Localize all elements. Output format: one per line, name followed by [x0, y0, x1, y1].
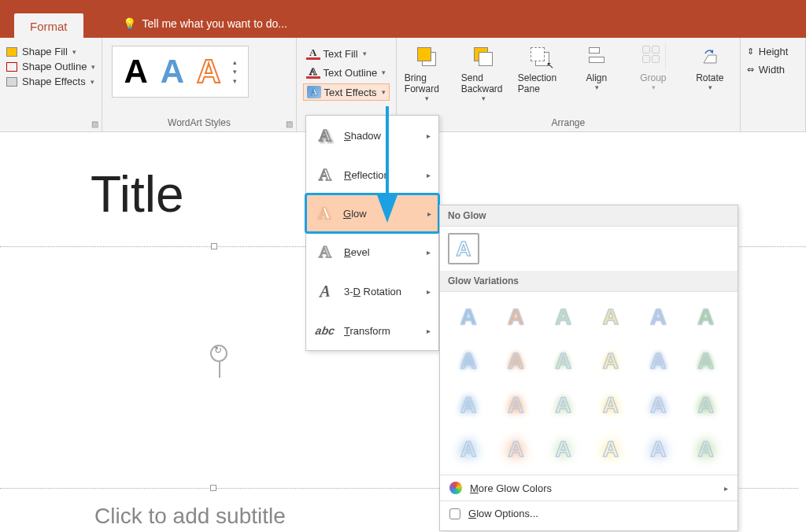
wordart-gallery[interactable]: A A A ▴▾▾: [112, 46, 249, 98]
glow-submenu: No Glow A Glow Variations AAAAAAAAAAAAAA…: [439, 205, 738, 531]
no-glow-option[interactable]: A: [448, 233, 479, 264]
rotation-3d-icon: A: [314, 281, 336, 301]
text-outline-label: Text Outline: [324, 67, 378, 79]
shape-fill-label: Shape Fill: [22, 46, 68, 57]
selection-pane-label: Selection Pane: [518, 72, 562, 94]
slide-subtitle-placeholder[interactable]: Click to add subtitle: [94, 504, 286, 529]
wordart-preset-3[interactable]: A: [197, 53, 220, 91]
wordart-preset-1[interactable]: A: [124, 53, 147, 91]
lightbulb-icon: 💡: [123, 17, 136, 30]
send-backward-label: Send Backward: [461, 72, 505, 94]
send-backward-button[interactable]: Send Backward▾: [460, 41, 507, 105]
rotate-button[interactable]: Rotate▾: [686, 41, 734, 105]
shape-outline-button[interactable]: Shape Outline▾: [6, 61, 95, 72]
annotation-arrow: [372, 106, 403, 227]
text-effects-label: Text Effects: [324, 87, 377, 98]
chevron-down-icon: ▾: [708, 83, 712, 91]
glow-variation[interactable]: A: [639, 342, 677, 380]
tell-me-search[interactable]: 💡 Tell me what you want to do...: [123, 17, 287, 30]
more-glow-colors[interactable]: More Glow Colors ▸: [440, 475, 738, 501]
glow-variation[interactable]: A: [687, 298, 725, 336]
glow-icon: A: [313, 203, 335, 224]
chevron-right-icon: ▸: [427, 131, 431, 140]
width-label: Width: [759, 64, 785, 76]
glow-variation[interactable]: A: [497, 386, 534, 424]
height-label: Height: [759, 46, 789, 57]
glow-variation[interactable]: A: [639, 386, 677, 424]
wordart-gallery-spinner[interactable]: ▴▾▾: [233, 58, 237, 85]
shadow-icon: A: [314, 125, 336, 146]
glow-variation[interactable]: A: [592, 342, 630, 380]
dialog-launcher-icon[interactable]: ▨: [286, 120, 293, 128]
arrange-group: Bring Forward▾ Send Backward▾ ↖ Selectio…: [397, 38, 741, 131]
tab-format[interactable]: Format: [14, 13, 83, 38]
glow-variation[interactable]: A: [449, 298, 487, 336]
glow-variation[interactable]: A: [687, 386, 725, 424]
size-group: ⇕Height ⇔Width: [741, 38, 806, 131]
no-glow-header: No Glow: [440, 205, 738, 227]
chevron-right-icon: ▸: [427, 171, 431, 179]
selection-handle[interactable]: [211, 243, 217, 249]
selection-handle[interactable]: [210, 485, 216, 491]
glow-variation[interactable]: A: [639, 430, 677, 468]
glow-variation[interactable]: A: [592, 386, 630, 424]
chevron-down-icon: ▾: [382, 88, 386, 96]
shape-effects-button[interactable]: Shape Effects▾: [6, 76, 95, 87]
glow-variation[interactable]: A: [449, 386, 487, 424]
glow-variation[interactable]: A: [687, 342, 725, 380]
chevron-right-icon: ▸: [427, 327, 431, 335]
dialog-launcher-icon[interactable]: ▨: [91, 120, 98, 128]
glow-variation[interactable]: A: [449, 430, 487, 468]
glow-variation[interactable]: A: [497, 298, 534, 336]
glow-variation[interactable]: A: [497, 342, 534, 380]
glow-variation[interactable]: A: [545, 386, 582, 424]
arrange-group-label: Arrange: [403, 117, 734, 130]
text-effects-button[interactable]: AText Effects▾: [303, 83, 390, 101]
text-outline-button[interactable]: AText Outline▾: [303, 65, 390, 80]
chevron-down-icon: ▾: [91, 63, 95, 71]
chevron-down-icon: ▾: [91, 78, 94, 86]
chevron-down-icon: ▾: [482, 94, 486, 102]
height-input[interactable]: ⇕Height: [747, 46, 799, 57]
shape-outline-label: Shape Outline: [22, 61, 87, 72]
chevron-right-icon: ▸: [427, 287, 431, 296]
glow-variation[interactable]: A: [545, 298, 582, 336]
glow-variation[interactable]: A: [639, 298, 677, 336]
rotate-label: Rotate: [696, 72, 723, 83]
slide-title-placeholder[interactable]: Title: [91, 165, 184, 224]
glow-options[interactable]: Glow Options...: [440, 501, 738, 526]
reflection-icon: A: [314, 164, 336, 185]
text-effect-bevel[interactable]: A Bevel ▸: [306, 232, 438, 272]
text-effect-3d-rotation[interactable]: A 3-D Rotation ▸: [306, 272, 438, 311]
chevron-down-icon: ▾: [72, 48, 76, 56]
glow-variation[interactable]: A: [687, 430, 725, 468]
chevron-down-icon: ▾: [363, 50, 367, 57]
glow-variations-grid: AAAAAAAAAAAAAAAAAAAAAAAA: [440, 292, 738, 475]
shape-fill-button[interactable]: Shape Fill▾: [6, 46, 95, 57]
chevron-right-icon: ▸: [427, 209, 431, 218]
wordart-preset-2[interactable]: A: [161, 53, 184, 91]
bring-forward-button[interactable]: Bring Forward▾: [403, 41, 450, 105]
text-effect-transform[interactable]: abc Transform ▸: [306, 311, 438, 350]
chevron-down-icon: ▾: [382, 68, 386, 76]
glow-label: low: [351, 208, 367, 220]
chevron-down-icon: ▾: [595, 83, 599, 91]
text-fill-button[interactable]: AText Fill▾: [303, 46, 390, 61]
shape-effects-label: Shape Effects: [22, 76, 86, 87]
glow-variation[interactable]: A: [592, 298, 630, 336]
width-input[interactable]: ⇔Width: [747, 64, 799, 76]
glow-variation[interactable]: A: [545, 430, 582, 468]
chevron-down-icon: ▾: [425, 94, 429, 102]
glow-variation[interactable]: A: [545, 342, 582, 380]
shape-styles-group: Shape Fill▾ Shape Outline▾ Shape Effects…: [0, 38, 102, 131]
rotation3d-label: Rotation: [364, 286, 401, 297]
glow-variation[interactable]: A: [592, 430, 630, 468]
bevel-label: evel: [351, 246, 370, 258]
glow-variation[interactable]: A: [449, 342, 487, 380]
options-box-icon: [449, 508, 460, 519]
group-button[interactable]: Group▾: [630, 41, 677, 105]
glow-variation[interactable]: A: [497, 430, 534, 468]
align-button[interactable]: Align▾: [573, 41, 620, 105]
rotation-handle[interactable]: ↻: [210, 345, 227, 362]
selection-pane-button[interactable]: ↖ Selection Pane: [516, 41, 564, 105]
